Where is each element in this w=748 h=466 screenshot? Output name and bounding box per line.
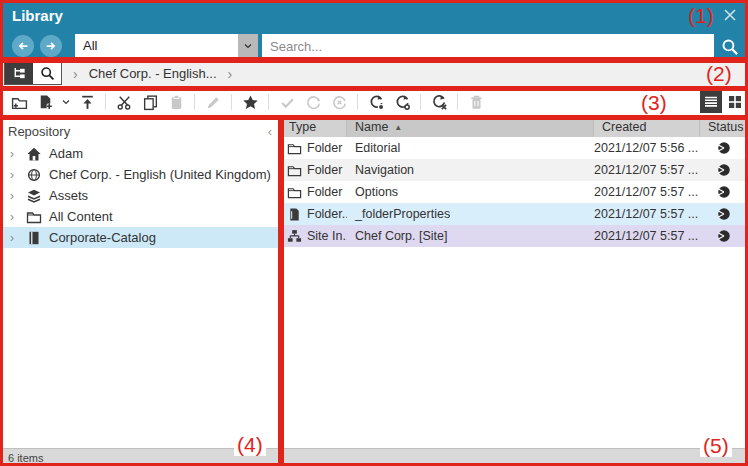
- unpublish-button[interactable]: [427, 90, 451, 114]
- new-options-button[interactable]: [59, 90, 73, 114]
- search-view-button[interactable]: [33, 63, 61, 84]
- status-cell: [700, 229, 748, 243]
- status-icon: [717, 229, 731, 243]
- name-cell: _folderProperties: [347, 207, 594, 221]
- name-cell: Options: [347, 185, 594, 199]
- approve-button[interactable]: [275, 90, 299, 114]
- tree-item[interactable]: ›All Content: [0, 206, 280, 227]
- chevron-right-icon: ›: [228, 66, 233, 82]
- search-input[interactable]: [262, 34, 714, 58]
- paste-icon: [168, 94, 185, 111]
- new-file-button[interactable]: [33, 90, 57, 114]
- tree-item[interactable]: ›Adam: [0, 143, 280, 164]
- folder-icon: [287, 185, 302, 200]
- expand-chevron-icon[interactable]: ›: [10, 168, 26, 182]
- type-label: Site In...: [307, 229, 347, 243]
- toolbar: [0, 88, 748, 117]
- table-row[interactable]: FolderNavigation2021/12/07 5:57 ...: [281, 159, 748, 181]
- name-cell: Navigation: [347, 163, 594, 177]
- library-window: Library All: [0, 0, 748, 466]
- tree-item[interactable]: ›Corporate-Catalog: [0, 227, 280, 248]
- forward-button[interactable]: [40, 35, 62, 57]
- new-file-icon: [37, 94, 54, 111]
- upload-button[interactable]: [75, 90, 99, 114]
- column-label: Status: [708, 120, 743, 134]
- browse-mode-toggle: [4, 62, 62, 85]
- status-icon: [717, 141, 731, 155]
- folder-icon: [26, 209, 42, 225]
- navbar: All: [0, 32, 748, 60]
- expand-chevron-icon[interactable]: ›: [10, 231, 26, 245]
- repository-title: Repository: [8, 124, 70, 139]
- back-button[interactable]: [12, 35, 34, 57]
- table-row[interactable]: Folder..._folderProperties2021/12/07 5:5…: [281, 203, 748, 225]
- toolbar-separator: [194, 94, 195, 110]
- check-icon: [279, 94, 296, 111]
- titlebar: Library: [0, 0, 748, 32]
- column-label: Created: [602, 120, 646, 134]
- type-label: Folder: [307, 141, 342, 155]
- column-header-created[interactable]: Created: [594, 117, 700, 137]
- table-row[interactable]: Site In...Chef Corp. [Site]2021/12/07 5:…: [281, 225, 748, 247]
- column-header-status[interactable]: Status: [700, 117, 748, 137]
- copy-icon: [142, 94, 159, 111]
- edit-button[interactable]: [201, 90, 225, 114]
- column-header-type[interactable]: Type: [281, 117, 347, 137]
- created-cell: 2021/12/07 5:57 ...: [594, 229, 700, 243]
- cut-icon: [116, 94, 133, 111]
- type-cell: Folder: [281, 163, 347, 178]
- status-icon: [717, 163, 731, 177]
- close-icon[interactable]: [722, 7, 740, 25]
- toolbar-separator: [268, 94, 269, 110]
- toolbar-separator: [420, 94, 421, 110]
- created-cell: 2021/12/07 5:56 ...: [594, 141, 700, 155]
- tree-item[interactable]: ›Chef Corp. - English (United Kingdom): [0, 164, 280, 185]
- chevron-down-icon[interactable]: [238, 34, 258, 58]
- delete-button[interactable]: [464, 90, 488, 114]
- grid-view-button[interactable]: [724, 91, 746, 113]
- list-view-icon: [703, 94, 719, 110]
- favorite-button[interactable]: [238, 90, 262, 114]
- layers-icon: [26, 188, 42, 204]
- left-status-bar: 6 items: [0, 448, 280, 466]
- tree-item-label: Corporate-Catalog: [49, 230, 156, 245]
- publish-preview-button[interactable]: [390, 90, 414, 114]
- name-cell: Chef Corp. [Site]: [347, 229, 594, 243]
- tree-view-button[interactable]: [5, 63, 33, 84]
- breadcrumb-item[interactable]: Chef Corp. - English...: [89, 66, 217, 81]
- content-panel: TypeName▲CreatedStatus FolderEditorial20…: [281, 117, 748, 466]
- copy-button[interactable]: [138, 90, 162, 114]
- workflow-button[interactable]: [301, 90, 325, 114]
- workflow-icon: [305, 94, 322, 111]
- workflow-reject-button[interactable]: [327, 90, 351, 114]
- expand-chevron-icon[interactable]: ›: [10, 147, 26, 161]
- expand-chevron-icon[interactable]: ›: [10, 189, 26, 203]
- expand-chevron-icon[interactable]: ›: [10, 210, 26, 224]
- table-row[interactable]: FolderOptions2021/12/07 5:57 ...: [281, 181, 748, 203]
- publish-button[interactable]: [364, 90, 388, 114]
- globe-icon: [26, 167, 42, 183]
- status-icon: [717, 207, 731, 221]
- table-row[interactable]: FolderEditorial2021/12/07 5:56 ...: [281, 137, 748, 159]
- toolbar-separator: [457, 94, 458, 110]
- search-icon[interactable]: [719, 36, 741, 58]
- book-icon: [26, 230, 42, 246]
- edit-icon: [205, 94, 222, 111]
- created-cell: 2021/12/07 5:57 ...: [594, 185, 700, 199]
- new-folder-button[interactable]: [7, 90, 31, 114]
- type-cell: Site In...: [281, 229, 347, 244]
- name-cell: Editorial: [347, 141, 594, 155]
- scope-dropdown[interactable]: All: [75, 34, 258, 58]
- column-header-name[interactable]: Name▲: [347, 117, 594, 137]
- tree-item[interactable]: ›Assets: [0, 185, 280, 206]
- column-label: Name: [355, 120, 388, 134]
- paste-button[interactable]: [164, 90, 188, 114]
- list-view-button[interactable]: [700, 91, 722, 113]
- tree-item-label: Assets: [49, 188, 88, 203]
- grid-view-icon: [727, 94, 743, 110]
- status-cell: [700, 141, 748, 155]
- new-folder-icon: [11, 94, 28, 111]
- collapse-panel-icon[interactable]: ‹: [268, 124, 272, 139]
- cut-button[interactable]: [112, 90, 136, 114]
- publish-icon: [368, 94, 385, 111]
